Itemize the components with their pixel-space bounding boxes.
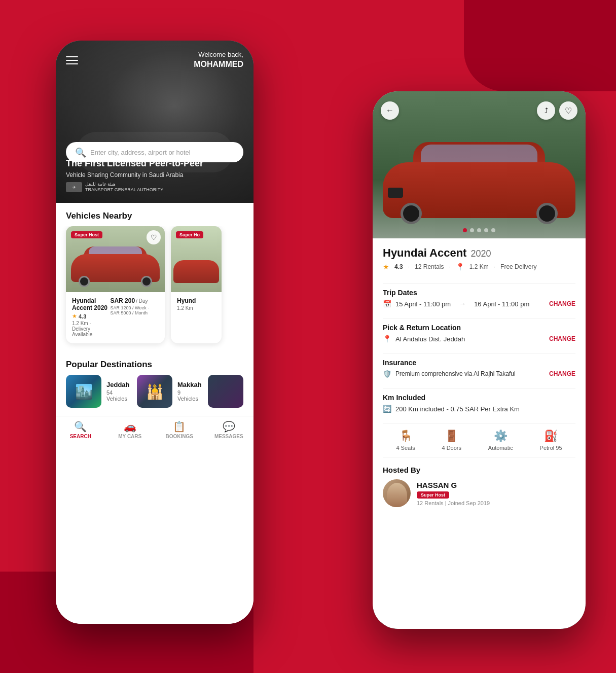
search-tab-icon: 🔍 <box>74 421 87 432</box>
messages-tab-icon: 💬 <box>223 421 235 432</box>
divider-3 <box>383 353 575 353</box>
right-phone: ← ⤴ ♡ <box>373 91 586 629</box>
vehicle-info-2: Hyund 1.2 Km <box>171 292 222 317</box>
tab-messages[interactable]: 💬 MESSAGES <box>204 421 254 439</box>
welcome-subtitle: Welcome back, <box>194 51 243 59</box>
menu-button[interactable] <box>66 56 78 64</box>
dot-4 <box>484 228 488 232</box>
car-rating-num: 4.3 <box>394 263 403 270</box>
vehicle-card-2[interactable]: Super Ho Hyund 1.2 Km <box>171 226 222 343</box>
car-distance: 1.2 Km <box>469 263 489 270</box>
right-car-hero: ← ⤴ ♡ <box>373 91 586 238</box>
dest-makkah-image <box>137 375 172 408</box>
fuel-icon: ⛽ <box>544 430 558 443</box>
location-icon: 📍 <box>456 263 464 271</box>
hero-title-line1: The First Licensed Peer-to-Peer <box>66 158 243 169</box>
image-carousel-dots <box>463 228 495 232</box>
bg-decoration-top <box>464 0 616 91</box>
dest-jeddah[interactable]: Jeddah 54 Vehicles <box>66 375 131 408</box>
km-section: Km Included 🔄 200 Km included - 0.75 SAR… <box>383 394 575 413</box>
host-avatar-figure <box>387 483 407 507</box>
right-car-window <box>421 145 537 165</box>
left-screen: Welcome back, MOHAMMED 🔍 Enter city, add… <box>56 41 253 624</box>
car-year: 2020 <box>470 249 491 259</box>
share-icon: ⤴ <box>545 107 548 115</box>
vehicle-rating-1: ★ 4.3 <box>72 313 110 320</box>
welcome-name: MOHAMMED <box>194 59 243 70</box>
dest-jeddah-image <box>66 375 101 408</box>
trip-dates-change[interactable]: CHANGE <box>549 300 575 307</box>
favorite-button-1[interactable]: ♡ <box>147 230 161 244</box>
super-host-badge-1: Super Host <box>71 231 102 238</box>
car-specs-row: 🪑 4 Seats 🚪 4 Doors ⚙️ Automatic ⛽ Petro… <box>383 423 575 457</box>
right-car-grill <box>388 188 403 198</box>
right-car-wheel-right <box>536 203 558 224</box>
favorite-button-detail[interactable]: ♡ <box>559 101 577 120</box>
insurance-section: Insurance 🛡️ Premium comprehensive via A… <box>383 359 575 378</box>
right-screen: ← ⤴ ♡ <box>373 91 586 629</box>
left-content: Vehicles Nearby Super Host ♡ <box>56 203 253 624</box>
fuel-label: Petrol 95 <box>540 445 562 451</box>
tab-search[interactable]: 🔍 SEARCH <box>56 421 105 439</box>
tab-bookings[interactable]: 📋 BOOKINGS <box>155 421 204 439</box>
spec-fuel: ⛽ Petrol 95 <box>540 430 562 451</box>
bookings-tab-label: BOOKINGS <box>166 434 193 439</box>
trip-start-date: 15 April - 11:00 pm <box>395 300 451 308</box>
insurance-left: 🛡️ Premium comprehensive via Al Rajhi Ta… <box>383 370 516 378</box>
vehicles-row: Super Host ♡ Hyundai Accent 2020 ★ 4.3 <box>56 226 253 351</box>
vehicle-meta-1: 1.2 Km · Delivery Available <box>72 321 110 337</box>
vehicle-card-1[interactable]: Super Host ♡ Hyundai Accent 2020 ★ 4.3 <box>66 226 165 343</box>
tab-bar: 🔍 SEARCH 🚗 MY CARS 📋 BOOKINGS 💬 MESSAGES <box>56 416 253 449</box>
super-host-badge-2: Super Ho <box>176 231 203 238</box>
host-meta: 12 Rentals | Joined Sep 2019 <box>417 500 490 506</box>
hero-top-bar: Welcome back, MOHAMMED <box>66 51 243 70</box>
vehicle-name-row-1: Hyundai Accent 2020 ★ 4.3 1.2 Km · Deliv… <box>72 297 159 337</box>
speedometer-icon: 🔄 <box>383 405 391 413</box>
authority-logo-text: هيئة عامة للنقل TRANSPORT GENERAL AUTHOR… <box>85 182 163 193</box>
dest-jeddah-info: Jeddah 54 Vehicles <box>106 381 131 402</box>
spec-doors: 🚪 4 Doors <box>442 430 462 451</box>
divider-2 <box>383 318 575 318</box>
authority-logo: ✈ هيئة عامة للنقل TRANSPORT GENERAL AUTH… <box>66 182 243 193</box>
km-label: Km Included <box>383 394 575 402</box>
my-cars-tab-icon: 🚗 <box>124 421 136 432</box>
share-button[interactable]: ⤴ <box>537 101 555 120</box>
car-title-row: Hyundai Accent 2020 <box>383 246 575 260</box>
vehicle-pricing-1: SAR 200 / Day SAR 1200 / Week · SAR 5000… <box>110 297 159 315</box>
insurance-label: Insurance <box>383 359 575 367</box>
dest-makkah-info: Makkah 9 Vehicles <box>177 381 202 402</box>
transmission-icon: ⚙️ <box>494 430 508 443</box>
divider-4 <box>383 388 575 388</box>
insurance-change[interactable]: CHANGE <box>549 370 575 377</box>
search-tab-label: SEARCH <box>70 434 91 439</box>
vehicle-name-1: Hyundai Accent 2020 ★ 4.3 1.2 Km · Deliv… <box>72 297 110 337</box>
calendar-icon: 📅 <box>383 300 391 308</box>
host-info: HASSAN G Super Host 12 Rentals | Joined … <box>417 481 490 506</box>
jeddah-photo <box>66 375 101 408</box>
vehicles-nearby-title: Vehicles Nearby <box>56 203 253 226</box>
hosted-by-title: Hosted By <box>383 466 575 474</box>
back-icon: ← <box>386 106 394 115</box>
hero-title-line2: Vehicle Sharing Community in Saudi Arabi… <box>66 171 243 179</box>
arrow-icon: → <box>459 300 466 308</box>
car-rentals: 12 Rentals <box>415 263 444 270</box>
car-wheel-right <box>141 276 152 287</box>
doors-icon: 🚪 <box>445 430 458 443</box>
insurance-value: Premium comprehensive via Al Rajhi Takaf… <box>395 370 516 377</box>
dot-2 <box>470 228 474 232</box>
rating-star-icon: ★ <box>383 263 389 271</box>
doors-label: 4 Doors <box>442 445 462 451</box>
free-delivery-text: Free Delivery <box>500 263 536 270</box>
spec-seats: 🪑 4 Seats <box>396 430 415 451</box>
tab-my-cars[interactable]: 🚗 MY CARS <box>105 421 155 439</box>
dest-makkah[interactable]: Makkah 9 Vehicles <box>137 375 202 408</box>
right-content: Hyundai Accent 2020 ★ 4.3 · 12 Rentals ·… <box>373 238 586 629</box>
search-icon: 🔍 <box>75 147 85 157</box>
car-main-title: Hyundai Accent <box>383 246 466 260</box>
pick-return-location: Al Andalus Dist. Jeddah <box>395 335 465 343</box>
transmission-label: Automatic <box>488 445 513 451</box>
back-button[interactable]: ← <box>381 101 399 120</box>
left-phone: Welcome back, MOHAMMED 🔍 Enter city, add… <box>56 41 253 624</box>
pick-return-change[interactable]: CHANGE <box>549 335 575 342</box>
hosted-section: Hosted By HASSAN G Super Host 12 Rentals… <box>383 463 575 507</box>
